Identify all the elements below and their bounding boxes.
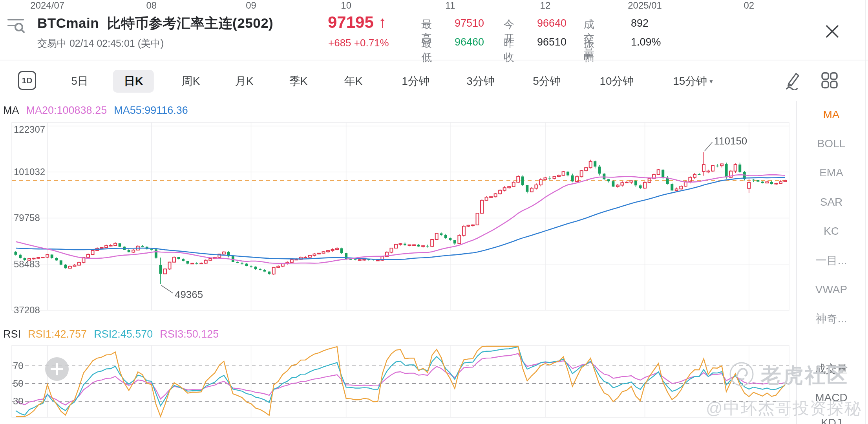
- range-1d-icon[interactable]: 1D: [18, 71, 36, 90]
- stat-value: 892: [631, 17, 649, 29]
- chevron-down-icon: ▾: [709, 78, 713, 85]
- last-price: 97195 ↑: [328, 13, 386, 32]
- tab-周K[interactable]: 周K: [182, 73, 200, 90]
- tab-季K[interactable]: 季K: [289, 73, 308, 90]
- tab-月K[interactable]: 月K: [235, 73, 254, 90]
- sidebar-item-KDJ[interactable]: KDJ: [797, 417, 866, 424]
- tab-3分钟[interactable]: 3分钟: [466, 73, 495, 90]
- ma20-value: MA20:100838.25: [26, 104, 107, 117]
- sidebar-item-VWAP[interactable]: VWAP: [797, 283, 866, 296]
- rsi2-value: RSI2:45.570: [94, 328, 153, 340]
- x-axis-label: 2025/01: [628, 0, 662, 11]
- panel-right-border: [865, 0, 866, 424]
- sidebar-item-MA[interactable]: MA: [797, 108, 866, 121]
- stat-value: 97510: [455, 17, 484, 29]
- sidebar-item-神奇...[interactable]: 神奇...: [797, 311, 866, 326]
- tab-5日[interactable]: 5日: [71, 73, 88, 90]
- x-axis-label: 11: [445, 0, 455, 11]
- rsi1-value: RSI1:42.757: [28, 328, 87, 340]
- x-axis-label: 10: [341, 0, 351, 11]
- stat-value: 96460: [455, 36, 484, 48]
- ma-title: MA: [3, 104, 19, 117]
- ma55-value: MA55:99116.36: [114, 104, 188, 117]
- x-axis-label: 2024/07: [30, 0, 64, 11]
- rsi-axis-label: 70: [13, 360, 24, 371]
- tab-10分钟[interactable]: 10分钟: [599, 73, 634, 90]
- rsi3-value: RSI3:50.125: [160, 328, 219, 340]
- draw-pencil-icon[interactable]: [784, 71, 802, 90]
- market-status: 交易中 02/14 02:45:01 (美中): [37, 37, 164, 50]
- sidebar-item-BOLL[interactable]: BOLL: [797, 137, 866, 150]
- page-title: BTCmain 比特币参考汇率主连(2502): [37, 14, 273, 33]
- high-annotation: 110150: [714, 135, 747, 147]
- indicator-sidebar: MABOLLEMASARKC一目...VWAP神奇...成交量MACDKDJ: [796, 101, 866, 424]
- up-arrow-icon: ↑: [378, 13, 386, 31]
- stat-value: 96510: [537, 36, 566, 48]
- y-axis-label: 58483: [14, 259, 40, 270]
- tab-15分钟[interactable]: 15分钟▾: [673, 73, 713, 90]
- search-icon[interactable]: [6, 15, 26, 35]
- stat-value: 1.09%: [631, 36, 661, 48]
- sidebar-item-MACD[interactable]: MACD: [797, 391, 866, 404]
- tab-日K[interactable]: 日K: [113, 70, 154, 93]
- tab-1分钟[interactable]: 1分钟: [402, 73, 430, 90]
- y-axis-label: 101032: [14, 166, 45, 177]
- tab-年K[interactable]: 年K: [344, 73, 363, 90]
- rsi-indicator-row: RSI RSI1:42.757 RSI2:45.570 RSI3:50.125: [3, 328, 219, 340]
- rsi-axis-label: 50: [13, 378, 24, 389]
- stat-value: 96640: [537, 17, 566, 29]
- y-axis-label: 79758: [14, 212, 40, 223]
- indicator-grid-icon[interactable]: [820, 71, 839, 90]
- x-axis-label: 08: [146, 0, 157, 11]
- sidebar-item-EMA[interactable]: EMA: [797, 166, 866, 179]
- y-axis-label: 37208: [14, 305, 40, 316]
- sidebar-item-KC[interactable]: KC: [797, 225, 866, 238]
- sidebar-item-SAR[interactable]: SAR: [797, 196, 866, 208]
- sidebar-item-成交量[interactable]: 成交量: [797, 362, 866, 376]
- price-change: +685 +0.71%: [328, 37, 389, 49]
- low-annotation: 49365: [175, 289, 203, 301]
- candlestick-chart[interactable]: [0, 0, 868, 424]
- x-axis-label: 09: [246, 0, 256, 11]
- sidebar-item-一目...[interactable]: 一目...: [797, 253, 866, 268]
- add-indicator-button[interactable]: [45, 357, 69, 381]
- close-icon[interactable]: [824, 23, 841, 40]
- ma-indicator-row: MA MA20:100838.25 MA55:99116.36: [3, 104, 188, 117]
- y-axis-label: 122307: [14, 124, 45, 135]
- rsi-axis-label: 30: [13, 396, 24, 407]
- tab-5分钟[interactable]: 5分钟: [533, 73, 561, 90]
- rsi-title: RSI: [3, 328, 21, 340]
- header-divider: [0, 60, 868, 60]
- x-axis-label: 02: [744, 0, 754, 11]
- x-axis-label: 12: [540, 0, 551, 11]
